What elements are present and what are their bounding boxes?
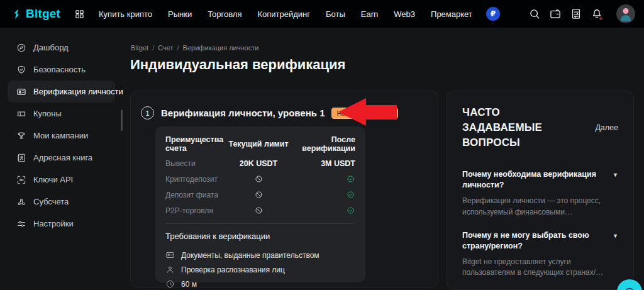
current-limit-value: 20K USDT <box>240 159 277 168</box>
table-header-after-verification: После верификации <box>289 135 355 153</box>
requirement-label: Проверка распознавания лиц <box>181 265 285 274</box>
sidebar-item-coupons[interactable]: Купоны <box>8 103 115 125</box>
sidebar-item-label: Безопасность <box>33 65 86 74</box>
chevron-down-icon[interactable]: ▼ <box>613 232 618 252</box>
status-badge: На рассмотрении <box>331 108 397 119</box>
faq-answer: Верификация личности — это процесс, испо… <box>462 196 618 218</box>
settings-sliders-icon <box>16 219 26 229</box>
requirement-item: Документы, выданные правительством <box>165 248 355 262</box>
coupons-ticket-icon <box>16 109 26 119</box>
sidebar-item-address-book[interactable]: Адресная книга <box>8 147 115 169</box>
benefits-table: Преимущества счета Текущий лимит После в… <box>165 135 355 215</box>
breadcrumb-separator: / <box>177 44 179 52</box>
step-number-badge: 1 <box>141 106 154 120</box>
security-shield-icon <box>16 65 26 75</box>
nav-item-premarket[interactable]: Премаркет <box>431 9 472 19</box>
sidebar-item-label: Адресная книга <box>33 153 92 162</box>
avatar-head <box>623 8 629 14</box>
faq-answer: Bitget не предоставляет услуги пользоват… <box>462 257 618 279</box>
main-nav: Купить крипто Рынки Торговля Копитрейдин… <box>99 9 472 19</box>
government-document-icon <box>165 250 175 260</box>
table-row-label: Депозит фиата <box>165 191 228 199</box>
chevron-down-icon[interactable]: ▼ <box>613 171 618 191</box>
bitget-account-page: Bitget Купить крипто Рынки Торговля Копи… <box>0 0 644 290</box>
blocked-icon <box>254 190 264 199</box>
headset-icon <box>623 285 636 290</box>
blocked-icon <box>254 174 264 184</box>
after-verification-value: 3M USDT <box>321 159 355 168</box>
sidebar-item-label: Верификация личности <box>33 87 123 96</box>
benefits-panel: Преимущества счета Текущий лимит После в… <box>155 126 365 282</box>
sidebar-item-settings[interactable]: Настройки <box>8 213 115 235</box>
faq-question[interactable]: Почему я не могу выбрать свою страну/рег… <box>462 230 618 252</box>
requirement-item: Проверка распознавания лиц <box>165 262 355 277</box>
campaigns-trophy-icon <box>16 131 26 141</box>
nav-item-earn[interactable]: Earn <box>361 9 378 19</box>
nav-item-copy-trading[interactable]: Копитрейдинг <box>257 9 310 19</box>
faq-title: ЧАСТО ЗАДАВАЕМЫЕ ВОПРОСЫ <box>462 105 582 150</box>
ruble-coin-icon[interactable]: ₽ <box>486 7 500 21</box>
navbar-actions <box>528 4 635 23</box>
subaccounts-icon <box>16 197 26 207</box>
nav-item-trade[interactable]: Торговля <box>208 9 242 19</box>
sidebar-item-label: Купоны <box>33 109 62 118</box>
check-icon <box>346 206 355 215</box>
faq-more-link[interactable]: Далее <box>595 123 618 132</box>
faq-card: ЧАСТО ЗАДАВАЕМЫЕ ВОПРОСЫ Далее Почему не… <box>447 91 634 290</box>
check-icon <box>346 190 355 199</box>
sidebar-item-my-campaigns[interactable]: Мои кампании <box>8 125 115 147</box>
sidebar-item-dashboard[interactable]: Дашборд <box>8 36 115 59</box>
verification-card: 1 Верификация личности, уровень 1 На рас… <box>130 91 438 287</box>
blocked-icon <box>254 206 264 215</box>
sidebar-item-label: Мои кампании <box>33 131 88 140</box>
search-icon[interactable] <box>528 8 541 20</box>
sidebar-item-security[interactable]: Безопасность <box>8 59 115 81</box>
bitget-logo[interactable]: Bitget <box>11 7 60 21</box>
dashboard-compass-icon <box>16 43 26 53</box>
nav-item-buy-crypto[interactable]: Купить крипто <box>99 9 152 19</box>
faq-item: Почему я не могу выбрать свою страну/рег… <box>462 230 618 279</box>
requirements-title: Требования к верификации <box>165 231 355 241</box>
breadcrumb-separator: / <box>152 44 154 52</box>
page-title: Индивидуальная верификация <box>130 57 345 73</box>
requirement-item: 60 м <box>165 277 355 290</box>
faq-item: Почему необходима верификация личности? … <box>462 169 618 218</box>
address-book-icon <box>16 153 26 163</box>
breadcrumb-current: Верификация личности <box>183 44 259 52</box>
notification-dot <box>599 17 602 20</box>
table-header-benefits: Преимущества счета <box>165 135 228 153</box>
divider <box>165 223 355 224</box>
breadcrumb: Bitget / Счет / Верификация личности <box>131 44 258 52</box>
faq-list: Почему необходима верификация личности? … <box>462 169 618 290</box>
sidebar-item-label: Настройки <box>33 219 74 228</box>
sidebar-item-identity-verification[interactable]: Верификация личности <box>8 81 115 103</box>
sidebar-item-api-keys[interactable]: Ключи API <box>8 169 115 191</box>
table-row-label: Вывести <box>165 159 228 168</box>
table-header-current-limit: Текущий лимит <box>228 140 288 148</box>
breadcrumb-account[interactable]: Счет <box>158 44 173 52</box>
table-row-label: Криптодепозит <box>165 175 228 184</box>
avatar-body <box>621 15 631 21</box>
notifications-bell-icon[interactable] <box>591 8 603 20</box>
nav-item-markets[interactable]: Рынки <box>168 9 192 19</box>
api-keys-icon <box>16 175 26 185</box>
verification-card-title: Верификация личности, уровень 1 <box>161 108 325 118</box>
nav-item-bots[interactable]: Боты <box>326 9 345 19</box>
sidebar-scrollbar-thumb[interactable] <box>121 109 123 131</box>
requirement-label: 60 м <box>181 280 197 289</box>
breadcrumb-bitget[interactable]: Bitget <box>131 44 148 52</box>
sidebar-item-label: Ключи API <box>33 175 73 184</box>
bitget-logo-icon <box>11 8 22 20</box>
orders-icon[interactable] <box>570 8 582 20</box>
apps-grid-icon[interactable] <box>74 9 85 20</box>
nav-item-web3[interactable]: Web3 <box>394 9 415 19</box>
faq-question[interactable]: Почему необходима верификация личности? … <box>462 169 618 191</box>
user-avatar[interactable] <box>616 4 635 23</box>
clock-icon <box>165 279 175 289</box>
check-icon <box>346 174 355 184</box>
sidebar-item-label: Дашборд <box>33 43 69 52</box>
sidebar-item-subaccounts[interactable]: Субсчета <box>8 191 115 213</box>
table-row-label: P2P-торговля <box>165 206 228 215</box>
face-recognition-icon <box>165 265 175 274</box>
assets-wallet-icon[interactable] <box>549 8 562 20</box>
